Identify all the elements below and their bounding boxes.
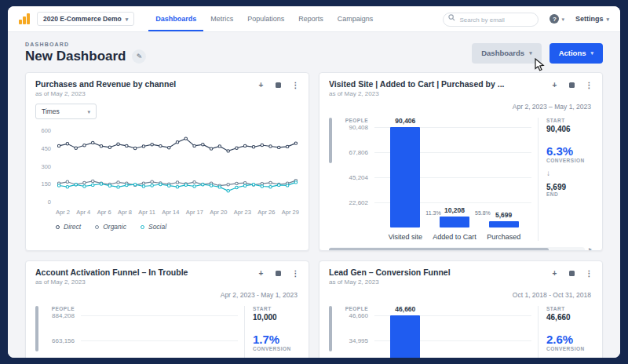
card-asof: as of May 2, 2023 [329, 90, 593, 97]
y-axis-tick: 884,208 [40, 312, 81, 319]
conversion-value: 1.7% [253, 333, 299, 346]
funnel-chart[interactable]: 90,40867,80645,20422,602 90,40610,2085,6… [334, 127, 531, 228]
bar-value-label: 90,406 [381, 117, 430, 125]
funnel-bar[interactable] [390, 315, 420, 358]
add-icon[interactable]: + [550, 268, 560, 278]
vertical-scrollbar[interactable] [329, 306, 333, 358]
help-menu[interactable]: ? ▾ [550, 14, 564, 24]
more-options-icon[interactable]: ⋮ [290, 268, 301, 278]
actions-button[interactable]: Actions ▾ [550, 43, 603, 64]
funnel-chart[interactable]: 46,66034,99523,33011,665 46,660 [334, 315, 531, 358]
app-logo-icon[interactable] [19, 13, 31, 24]
add-icon[interactable]: + [550, 80, 560, 90]
start-value: 90,406 [546, 125, 593, 133]
more-options-icon[interactable]: ⋮ [290, 80, 301, 90]
conversion-label: CONVERSION [253, 346, 299, 351]
funnel-step-label[interactable]: Visited site [381, 233, 430, 241]
funnel-step-label[interactable]: Added to Cart [430, 233, 480, 241]
y-axis-tick: 450 [41, 145, 51, 152]
legend-label: Organic [103, 223, 126, 231]
search-input[interactable] [443, 13, 539, 27]
x-axis-tick: Apr 26 [257, 209, 275, 216]
save-icon[interactable] [567, 80, 577, 90]
start-label: START [253, 306, 299, 311]
card-title: Account Activation Funnel – In Trouble [35, 268, 239, 277]
line-chart-svg[interactable] [56, 127, 299, 206]
legend-label: Direct [64, 223, 81, 231]
scrollbar-handle[interactable] [329, 248, 549, 251]
page-title: New Dashboard [25, 49, 126, 64]
y-axis-tick: 300 [41, 163, 51, 170]
funnel-summary: START 90,406 6.3% CONVERSION ↓ 5,699 END [538, 118, 593, 241]
line-y-axis: 6004503001500 [35, 127, 56, 206]
nav-item-campaigns[interactable]: Campaigns [330, 6, 381, 31]
horizontal-scrollbar[interactable]: ▸ [329, 247, 585, 251]
x-axis-tick: Apr 8 [118, 209, 132, 216]
chevron-down-icon: ▾ [590, 50, 593, 56]
conversion-percent: 55.8% [472, 210, 494, 216]
settings-menu[interactable]: Settings ▾ [575, 15, 609, 23]
save-icon[interactable] [273, 268, 283, 278]
times-dropdown[interactable]: Times ▾ [35, 104, 97, 119]
y-axis-tick: 0 [48, 198, 51, 206]
legend-item[interactable]: Social [141, 223, 166, 231]
conversion-percent: 11.3% [422, 210, 444, 216]
dashboards-button[interactable]: Dashboards ▾ [472, 43, 541, 64]
date-range[interactable]: Oct 1, 2018 - Oct 31, 2018 [329, 286, 593, 306]
nav-item-dashboards[interactable]: Dashboards [148, 6, 203, 31]
line-x-axis: Apr 2Apr 4Apr 6Apr 8Apr 11Apr 14Apr 17Ap… [56, 209, 299, 216]
y-axis-tick: 67,806 [334, 149, 374, 156]
y-axis-tick: 45,204 [334, 174, 374, 181]
org-selector[interactable]: 2020 E-Commerce Demo ▾ [37, 12, 134, 26]
legend-item[interactable]: Organic [95, 223, 126, 231]
save-icon[interactable] [273, 80, 283, 90]
square-glyph [569, 82, 575, 88]
step-conversion: 55.8% [455, 210, 504, 216]
add-icon[interactable]: + [256, 80, 266, 90]
y-axis-tick: 34,995 [334, 337, 374, 344]
vertical-scrollbar[interactable] [329, 118, 333, 241]
down-arrow-icon: ↓ [546, 169, 593, 177]
start-label: START [546, 306, 593, 311]
funnel-step-column: 46,660 [381, 315, 430, 358]
nav-item-reports[interactable]: Reports [291, 6, 330, 31]
legend-item[interactable]: Direct [56, 223, 81, 231]
date-range[interactable]: Apr 2, 2023 - May 1, 2023 [35, 286, 299, 306]
funnel-bar[interactable] [440, 217, 469, 228]
x-axis-tick: Apr 2 [56, 209, 70, 216]
x-axis-tick: Apr 17 [186, 209, 203, 216]
chevron-down-icon: ▾ [606, 16, 609, 22]
more-options-icon[interactable]: ⋮ [584, 268, 594, 278]
funnel-bar[interactable] [489, 221, 519, 228]
chevron-down-icon: ▾ [87, 109, 90, 115]
chevron-down-icon: ▾ [561, 16, 564, 22]
date-range[interactable]: Apr 2, 2023 – May 1, 2023 [329, 97, 593, 118]
x-axis-tick: Apr 23 [234, 209, 251, 216]
scrollbar-handle[interactable] [329, 306, 332, 351]
legend-marker [95, 225, 99, 229]
vertical-scrollbar[interactable] [35, 306, 39, 358]
bar-value-label: 46,660 [381, 305, 430, 313]
end-label: END [546, 191, 593, 197]
primary-nav: Dashboards Metrics Populations Reports C… [148, 6, 380, 31]
card-title: Visited Site | Added to Cart | Purchased… [329, 79, 533, 89]
card-purchases-revenue: Purchases and Revenue by channel as of M… [25, 72, 309, 251]
add-icon[interactable]: + [256, 268, 266, 278]
card-lead-gen-funnel: Lead Gen – Conversion Funnel as of May 2… [319, 260, 603, 358]
nav-item-populations[interactable]: Populations [240, 6, 291, 31]
more-options-icon[interactable]: ⋮ [584, 80, 594, 90]
scrollbar-handle[interactable] [35, 306, 38, 351]
funnel-step-label[interactable]: Purchased [479, 233, 528, 241]
step-conversion: 11.3% [405, 210, 455, 216]
nav-item-metrics[interactable]: Metrics [203, 6, 240, 31]
scroll-right-icon[interactable]: ▸ [589, 246, 592, 251]
conversion-value: 6.3% [546, 144, 593, 158]
start-label: START [546, 118, 593, 123]
line-legend: DirectOrganicSocial [56, 223, 299, 231]
legend-label: Social [148, 223, 166, 231]
save-icon[interactable] [567, 268, 577, 278]
scrollbar-handle[interactable] [329, 118, 332, 163]
funnel-chart[interactable]: 884,208663,156442,104221,052 [40, 315, 238, 358]
square-glyph [569, 271, 575, 276]
funnel-summary: START 10,000 1.7% CONVERSION [244, 306, 299, 358]
